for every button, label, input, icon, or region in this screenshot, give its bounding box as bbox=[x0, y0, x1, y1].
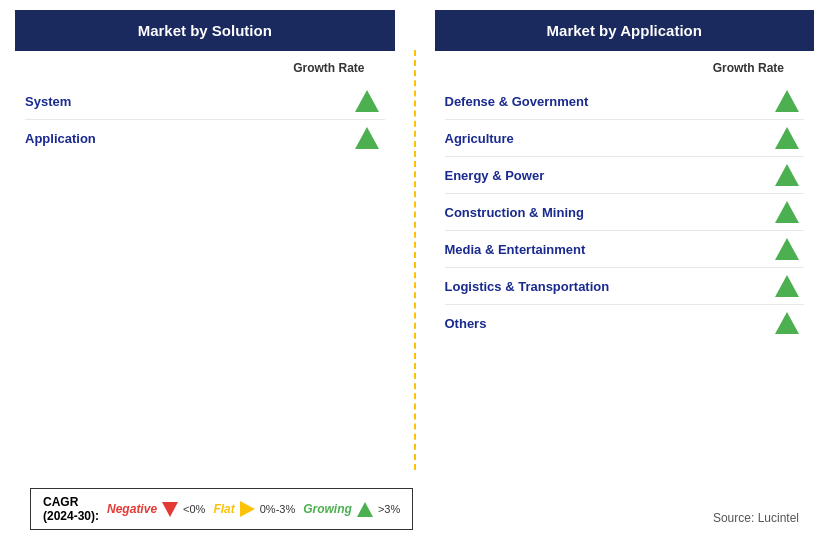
left-item-application-label: Application bbox=[25, 131, 96, 146]
growing-label: Growing bbox=[303, 502, 352, 516]
right-panel-content: Growth Rate Defense & Government Agricul… bbox=[435, 61, 815, 473]
up-arrow-icon bbox=[775, 238, 799, 260]
legend-flat: Flat 0%-3% bbox=[213, 501, 295, 517]
legend-box: CAGR(2024-30): Negative <0% Flat 0%-3% G… bbox=[30, 488, 413, 530]
right-item-defense-arrow bbox=[769, 90, 804, 112]
up-arrow-icon bbox=[775, 312, 799, 334]
growing-range: >3% bbox=[378, 503, 400, 515]
right-item-construction-arrow bbox=[769, 201, 804, 223]
right-item-defense-label: Defense & Government bbox=[445, 94, 589, 109]
left-item-system-arrow bbox=[350, 90, 385, 112]
right-item-agriculture-label: Agriculture bbox=[445, 131, 514, 146]
right-item-agriculture: Agriculture bbox=[445, 120, 805, 157]
up-arrow-icon bbox=[775, 90, 799, 112]
charts-row: Market by Solution Growth Rate System Ap… bbox=[15, 10, 814, 473]
up-arrow-icon bbox=[775, 127, 799, 149]
flat-label: Flat bbox=[213, 502, 234, 516]
right-item-construction-label: Construction & Mining bbox=[445, 205, 584, 220]
right-arrow-icon bbox=[240, 501, 255, 517]
left-item-system: System bbox=[25, 83, 385, 120]
legend-negative: Negative <0% bbox=[107, 502, 205, 517]
flat-range: 0%-3% bbox=[260, 503, 295, 515]
dashed-line bbox=[414, 50, 416, 470]
up-arrow-icon bbox=[775, 201, 799, 223]
right-panel-header: Market by Application bbox=[435, 10, 815, 51]
right-panel-title: Market by Application bbox=[547, 22, 702, 39]
right-growth-rate-label: Growth Rate bbox=[445, 61, 805, 75]
right-item-logistics-arrow bbox=[769, 275, 804, 297]
right-item-logistics-label: Logistics & Transportation bbox=[445, 279, 610, 294]
divider bbox=[395, 10, 435, 473]
negative-label: Negative bbox=[107, 502, 157, 516]
up-arrow-icon bbox=[355, 90, 379, 112]
left-panel-title: Market by Solution bbox=[138, 22, 272, 39]
right-item-media-label: Media & Entertainment bbox=[445, 242, 586, 257]
negative-range: <0% bbox=[183, 503, 205, 515]
left-panel: Market by Solution Growth Rate System Ap… bbox=[15, 10, 395, 473]
left-growth-rate-label: Growth Rate bbox=[25, 61, 385, 75]
right-item-others-arrow bbox=[769, 312, 804, 334]
main-container: Market by Solution Growth Rate System Ap… bbox=[0, 0, 829, 550]
up-arrow-icon bbox=[355, 127, 379, 149]
right-panel: Market by Application Growth Rate Defens… bbox=[435, 10, 815, 473]
left-panel-content: Growth Rate System Application bbox=[15, 61, 395, 473]
legend-growing: Growing >3% bbox=[303, 502, 400, 517]
down-arrow-icon bbox=[162, 502, 178, 517]
left-item-application-arrow bbox=[350, 127, 385, 149]
up-arrow-icon bbox=[775, 164, 799, 186]
left-item-application: Application bbox=[25, 120, 385, 156]
right-item-energy-arrow bbox=[769, 164, 804, 186]
right-item-media: Media & Entertainment bbox=[445, 231, 805, 268]
right-item-logistics: Logistics & Transportation bbox=[445, 268, 805, 305]
legend-footer: CAGR(2024-30): Negative <0% Flat 0%-3% G… bbox=[15, 478, 814, 540]
right-item-energy: Energy & Power bbox=[445, 157, 805, 194]
right-item-construction: Construction & Mining bbox=[445, 194, 805, 231]
right-item-energy-label: Energy & Power bbox=[445, 168, 545, 183]
right-item-others-label: Others bbox=[445, 316, 487, 331]
left-panel-header: Market by Solution bbox=[15, 10, 395, 51]
up-arrow-icon bbox=[775, 275, 799, 297]
cagr-label: CAGR(2024-30): bbox=[43, 495, 99, 523]
right-item-others: Others bbox=[445, 305, 805, 341]
up-arrow-icon bbox=[357, 502, 373, 517]
left-item-system-label: System bbox=[25, 94, 71, 109]
right-item-media-arrow bbox=[769, 238, 804, 260]
right-item-agriculture-arrow bbox=[769, 127, 804, 149]
source-text: Source: Lucintel bbox=[713, 511, 799, 530]
right-item-defense: Defense & Government bbox=[445, 83, 805, 120]
